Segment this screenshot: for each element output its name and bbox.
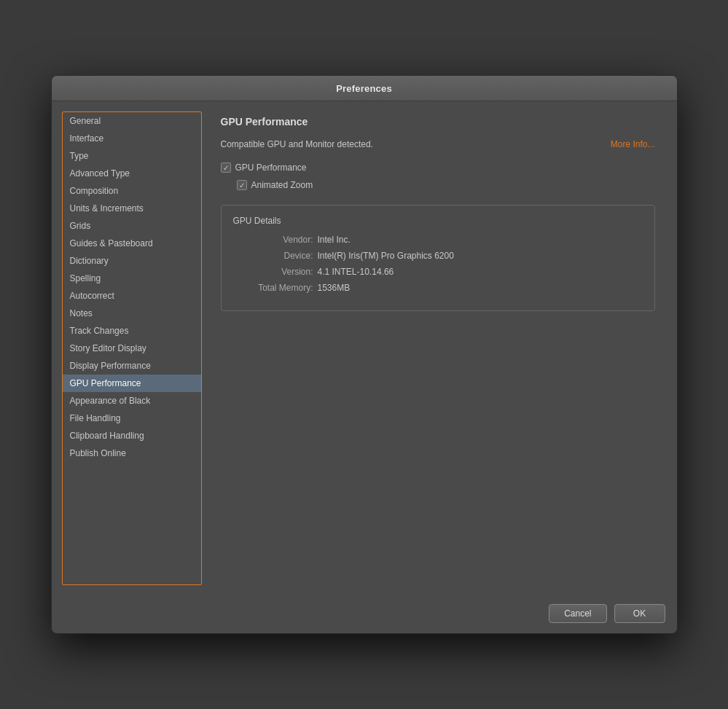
sidebar-item-composition[interactable]: Composition — [63, 182, 201, 200]
gpu-performance-checkbox-row[interactable]: ✓ GPU Performance — [221, 162, 655, 173]
sidebar-item-spelling[interactable]: Spelling — [63, 270, 201, 287]
vendor-label: Vendor: — [233, 235, 313, 245]
memory-row: Total Memory: 1536MB — [233, 283, 643, 293]
device-value: Intel(R) Iris(TM) Pro Graphics 6200 — [318, 251, 454, 261]
sidebar-item-type[interactable]: Type — [63, 147, 201, 165]
status-line: Compatible GPU and Monitor detected. Mor… — [221, 139, 655, 149]
memory-value: 1536MB — [318, 283, 351, 293]
cancel-button[interactable]: Cancel — [549, 604, 606, 623]
title-bar: Preferences — [52, 76, 677, 101]
sidebar-item-clipboard-handling[interactable]: Clipboard Handling — [63, 427, 201, 444]
ok-button[interactable]: OK — [614, 604, 665, 623]
gpu-details-title: GPU Details — [233, 216, 643, 226]
dialog-footer: Cancel OK — [52, 595, 677, 633]
gpu-performance-label: GPU Performance — [235, 162, 307, 173]
sidebar-item-guides-pasteboard[interactable]: Guides & Pasteboard — [63, 235, 201, 252]
vendor-value: Intel Inc. — [318, 235, 351, 245]
dialog-title: Preferences — [336, 83, 392, 94]
sidebar-item-gpu-performance[interactable]: GPU Performance — [63, 375, 201, 392]
version-value: 4.1 INTEL-10.14.66 — [318, 267, 394, 277]
status-message: Compatible GPU and Monitor detected. — [221, 139, 373, 149]
sidebar-item-autocorrect[interactable]: Autocorrect — [63, 287, 201, 305]
version-label: Version: — [233, 267, 313, 277]
gpu-performance-checkbox[interactable]: ✓ — [221, 162, 231, 173]
sidebar-item-general[interactable]: General — [63, 112, 201, 130]
animated-zoom-label: Animated Zoom — [251, 180, 313, 190]
sidebar-item-file-handling[interactable]: File Handling — [63, 410, 201, 427]
dialog-body: GeneralInterfaceTypeAdvanced TypeComposi… — [52, 101, 677, 595]
sidebar-item-advanced-type[interactable]: Advanced Type — [63, 165, 201, 182]
section-title: GPU Performance — [221, 116, 655, 128]
sidebar-item-units-increments[interactable]: Units & Increments — [63, 200, 201, 217]
gpu-details-box: GPU Details Vendor: Intel Inc. Device: I… — [221, 205, 655, 311]
sidebar-item-display-performance[interactable]: Display Performance — [63, 357, 201, 375]
animated-zoom-checkbox[interactable]: ✓ — [237, 180, 247, 190]
more-info-link[interactable]: More Info... — [611, 139, 655, 149]
sidebar-item-story-editor-display[interactable]: Story Editor Display — [63, 340, 201, 357]
preferences-dialog: Preferences GeneralInterfaceTypeAdvanced… — [51, 75, 678, 634]
device-label: Device: — [233, 251, 313, 261]
sidebar-item-grids[interactable]: Grids — [63, 217, 201, 235]
memory-label: Total Memory: — [233, 283, 313, 293]
main-content: GPU Performance Compatible GPU and Monit… — [209, 111, 667, 585]
version-row: Version: 4.1 INTEL-10.14.66 — [233, 267, 643, 277]
sidebar-item-dictionary[interactable]: Dictionary — [63, 252, 201, 270]
sidebar-item-interface[interactable]: Interface — [63, 130, 201, 147]
sidebar-item-notes[interactable]: Notes — [63, 305, 201, 322]
device-row: Device: Intel(R) Iris(TM) Pro Graphics 6… — [233, 251, 643, 261]
animated-zoom-checkbox-row[interactable]: ✓ Animated Zoom — [237, 180, 655, 190]
sidebar-item-appearance-of-black[interactable]: Appearance of Black — [63, 392, 201, 410]
vendor-row: Vendor: Intel Inc. — [233, 235, 643, 245]
sidebar-item-publish-online[interactable]: Publish Online — [63, 444, 201, 462]
sidebar: GeneralInterfaceTypeAdvanced TypeComposi… — [62, 111, 202, 585]
sidebar-item-track-changes[interactable]: Track Changes — [63, 322, 201, 340]
